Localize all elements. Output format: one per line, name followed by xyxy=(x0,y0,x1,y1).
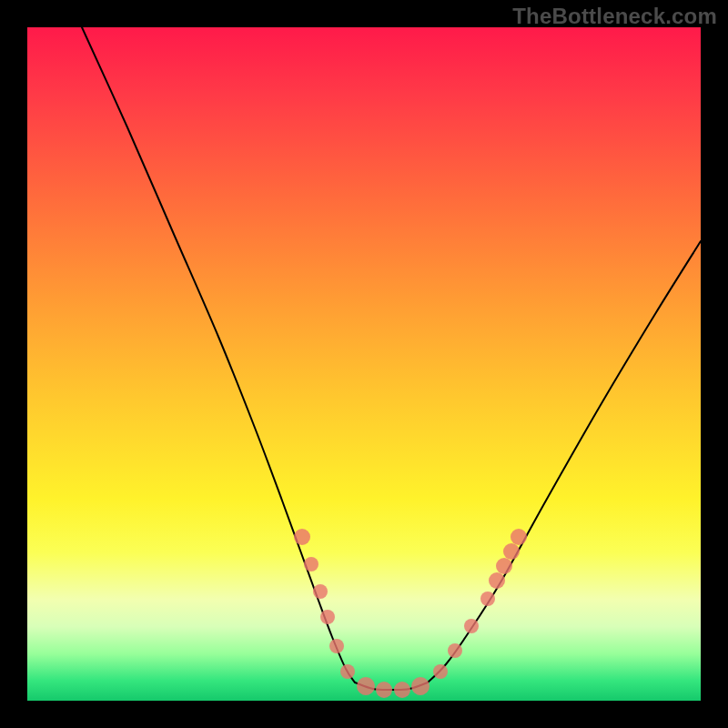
marker-dot xyxy=(464,619,479,633)
marker-dot xyxy=(357,677,375,695)
bottleneck-curve xyxy=(27,27,701,701)
marker-dot xyxy=(340,664,355,679)
marker-dot xyxy=(329,639,344,653)
marker-dot xyxy=(304,557,318,571)
marker-dot xyxy=(320,610,335,624)
marker-dot xyxy=(503,543,520,560)
plot-area xyxy=(27,27,701,701)
marker-dots xyxy=(294,529,527,698)
marker-dot xyxy=(394,682,410,698)
marker-dot xyxy=(480,592,495,606)
marker-dot xyxy=(448,643,462,658)
curve-right-branch xyxy=(428,241,701,682)
curve-left-branch xyxy=(82,27,355,682)
marker-dot xyxy=(376,682,392,698)
marker-dot xyxy=(489,572,505,589)
marker-dot xyxy=(294,529,310,545)
watermark-text: TheBottleneck.com xyxy=(512,4,717,29)
marker-dot xyxy=(411,677,430,695)
marker-dot xyxy=(496,558,512,574)
marker-dot xyxy=(511,529,527,545)
chart-frame: TheBottleneck.com xyxy=(0,0,728,728)
marker-dot xyxy=(433,664,448,679)
marker-dot xyxy=(313,584,328,599)
